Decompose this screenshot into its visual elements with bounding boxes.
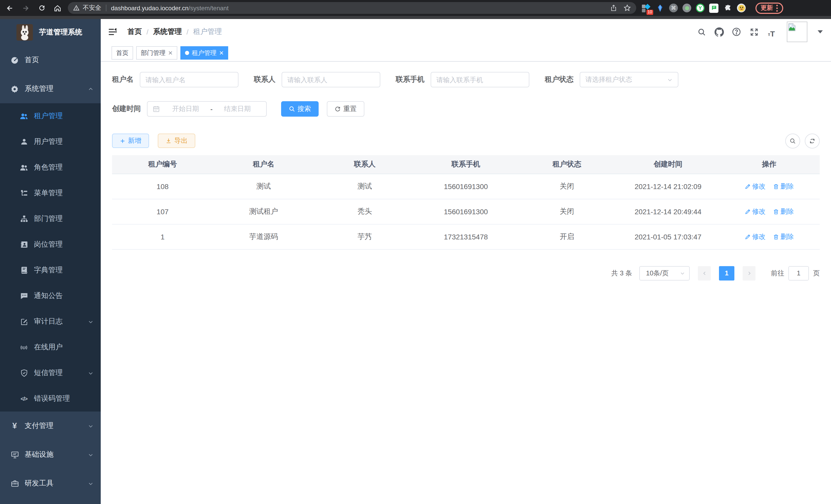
tenant-name-input[interactable] xyxy=(140,72,238,87)
page-size-select[interactable]: 10条/页 xyxy=(639,266,690,280)
tab-home[interactable]: 首页 xyxy=(112,46,133,60)
reset-button[interactable]: 重置 xyxy=(327,101,364,117)
delete-link[interactable]: 删除 xyxy=(773,207,794,216)
code-icon: </> xyxy=(20,394,28,403)
tab-close-icon[interactable]: ✕ xyxy=(219,50,224,56)
sidebar-logo-row[interactable]: 芋道管理系统 xyxy=(0,19,101,46)
sidebar-item-home[interactable]: 首页 xyxy=(0,46,101,75)
cell-status: 关闭 xyxy=(516,174,618,199)
cell-contact: 芋艿 xyxy=(314,224,415,249)
cell-contact: 秃头 xyxy=(314,199,415,224)
contact-input[interactable] xyxy=(282,72,380,87)
status-select[interactable]: 请选择租户状态 xyxy=(580,72,678,87)
add-button[interactable]: 新增 xyxy=(112,134,149,148)
show-search-toggle-button[interactable] xyxy=(785,133,800,148)
start-date-placeholder[interactable]: 开始日期 xyxy=(162,104,209,114)
cell-actions: 修改 删除 xyxy=(718,174,820,199)
next-page-button[interactable] xyxy=(743,266,755,280)
col-tenant-name: 租户名 xyxy=(213,155,314,174)
sidebar-item-tenant[interactable]: 租户管理 xyxy=(0,103,101,129)
sidebar-item-pay[interactable]: ¥ 支付管理 xyxy=(0,412,101,440)
extension-command-icon[interactable]: ⌘ xyxy=(669,4,678,12)
calendar-icon xyxy=(153,105,160,113)
create-time-label: 创建时间 xyxy=(112,104,141,114)
breadcrumb-system[interactable]: 系统管理 xyxy=(153,27,182,36)
cell-created: 2021-12-14 20:49:44 xyxy=(618,199,718,224)
github-icon[interactable] xyxy=(714,27,724,37)
help-icon[interactable] xyxy=(731,27,742,37)
sidebar-item-infra[interactable]: 基础设施 xyxy=(0,440,101,469)
sidebar-item-role[interactable]: 角色管理 xyxy=(0,155,101,180)
main-area: 首页 / 系统管理 / 租户管理 тT xyxy=(101,19,831,504)
sidebar-item-devtools[interactable]: 研发工具 xyxy=(0,469,101,498)
edit-link[interactable]: 修改 xyxy=(744,232,766,241)
browser-reload-button[interactable] xyxy=(35,2,48,14)
browser-back-button[interactable] xyxy=(4,2,16,14)
browser-address-bar[interactable]: 不安全 dashboard.yudao.iocoder.cn/system/te… xyxy=(68,2,636,14)
toolbox-icon xyxy=(10,479,19,488)
date-range-picker[interactable]: 开始日期 - 结束日期 xyxy=(147,101,267,117)
sidebar-item-audit-log[interactable]: 审计日志 xyxy=(0,309,101,334)
search-button[interactable]: 搜索 xyxy=(281,101,319,117)
sidebar-item-label: 首页 xyxy=(25,56,39,65)
tab-label: 首页 xyxy=(116,49,128,57)
end-date-placeholder[interactable]: 结束日期 xyxy=(213,104,261,114)
sidebar-item-online-users[interactable]: 在线用户 xyxy=(0,334,101,360)
export-button[interactable]: 导出 xyxy=(158,134,195,148)
extension-tabs-icon[interactable]: 10 xyxy=(641,3,651,12)
extension-chat-icon[interactable] xyxy=(709,3,718,12)
extension-yudao-icon[interactable]: Y xyxy=(696,4,705,12)
sidebar-item-label: 菜单管理 xyxy=(34,188,63,198)
monitor-icon xyxy=(10,450,19,459)
mobile-input[interactable] xyxy=(431,72,529,87)
share-icon[interactable] xyxy=(610,4,617,12)
security-label[interactable]: 不安全 xyxy=(83,4,101,12)
page-content: 租户名 联系人 联系手机 租户状态 请选择租户状态 xyxy=(101,62,831,280)
font-size-icon[interactable]: тT xyxy=(766,27,776,37)
tab-close-icon[interactable]: ✕ xyxy=(168,50,173,56)
tags-view: 首页 部门管理 ✕ 租户管理 ✕ xyxy=(101,45,831,62)
chevron-down-icon xyxy=(88,370,93,376)
sidebar-item-sms[interactable]: 短信管理 xyxy=(0,360,101,386)
sidebar-item-dept[interactable]: 部门管理 xyxy=(0,206,101,232)
sidebar-item-notice[interactable]: 通知公告 xyxy=(0,283,101,309)
header-search-icon[interactable] xyxy=(696,27,707,37)
sidebar-item-menu[interactable]: 菜单管理 xyxy=(0,180,101,206)
extension-recorder-icon[interactable] xyxy=(683,4,691,12)
sidebar-item-errcode[interactable]: </> 错误码管理 xyxy=(0,386,101,412)
profile-avatar-icon[interactable] xyxy=(737,4,746,12)
browser-update-button[interactable]: 更新 xyxy=(755,2,783,13)
table-header-row: 租户编号 租户名 联系人 联系手机 租户状态 创建时间 操作 xyxy=(112,155,820,174)
browser-home-button[interactable] xyxy=(51,2,64,14)
delete-link[interactable]: 删除 xyxy=(773,182,794,191)
sidebar-item-post[interactable]: 岗位管理 xyxy=(0,232,101,258)
prev-page-button[interactable] xyxy=(698,266,711,280)
tab-tenant[interactable]: 租户管理 ✕ xyxy=(180,46,228,60)
browser-forward-button[interactable] xyxy=(20,2,32,14)
edit-link[interactable]: 修改 xyxy=(744,182,766,191)
fullscreen-icon[interactable] xyxy=(749,27,759,37)
delete-link[interactable]: 删除 xyxy=(773,232,794,241)
sidebar-item-system[interactable]: 系统管理 xyxy=(0,75,101,103)
cell-tenant-name: 测试 xyxy=(213,174,314,199)
edit-link[interactable]: 修改 xyxy=(744,207,766,216)
tab-dept[interactable]: 部门管理 ✕ xyxy=(136,46,177,60)
sidebar-item-label: 审计日志 xyxy=(34,317,63,326)
sidebar-item-user[interactable]: 用户管理 xyxy=(0,129,101,155)
user-avatar[interactable] xyxy=(787,22,807,42)
cell-actions: 修改 删除 xyxy=(718,199,820,224)
url-path[interactable]: /system/tenant xyxy=(189,4,229,11)
tab-label: 部门管理 xyxy=(141,49,166,57)
page-number-1[interactable]: 1 xyxy=(719,266,735,280)
extension-balloon-icon[interactable] xyxy=(655,3,664,12)
pagination-total: 共 3 条 xyxy=(611,268,632,278)
refresh-table-button[interactable] xyxy=(805,133,820,148)
breadcrumb-home[interactable]: 首页 xyxy=(127,27,142,36)
avatar-caret-icon[interactable] xyxy=(818,30,823,33)
sidebar-fold-icon[interactable] xyxy=(107,26,118,37)
url-host[interactable]: dashboard.yudao.iocoder.cn xyxy=(111,4,189,11)
extensions-puzzle-icon[interactable] xyxy=(723,3,732,12)
sidebar-item-dict[interactable]: 字典管理 xyxy=(0,258,101,283)
goto-page-input[interactable] xyxy=(789,266,809,280)
bookmark-star-icon[interactable] xyxy=(623,4,631,12)
